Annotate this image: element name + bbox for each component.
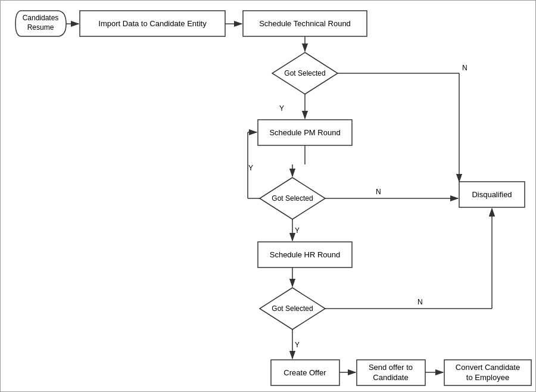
label-y3: Y (295, 226, 300, 235)
got-selected-2-label: Got Selected (272, 194, 313, 203)
label-y4: Y (295, 341, 300, 349)
got-selected-1-label: Got Selected (284, 69, 325, 77)
schedule-technical-node: Schedule Technical Round (243, 11, 367, 36)
label-y1: Y (279, 104, 284, 113)
schedule-pm-label: Schedule PM Round (269, 128, 340, 137)
candidates-resume-label: Candidates (23, 14, 59, 22)
label-n1: N (462, 64, 468, 72)
import-data-label: Import Data to Candidate Entity (98, 19, 207, 28)
disqualified-node: Disqualified (459, 182, 525, 207)
convert-candidate-label: Convert Candidate (456, 363, 520, 372)
svg-text:Resume: Resume (27, 23, 54, 32)
send-offer-label: Send offer to (369, 363, 413, 372)
label-y2: Y (248, 164, 253, 172)
got-selected-1-node: Got Selected (272, 52, 338, 94)
convert-candidate-node: Convert Candidate to Employee (444, 360, 531, 385)
label-n2: N (376, 188, 381, 196)
got-selected-2-node: Got Selected (260, 178, 325, 219)
schedule-technical-label: Schedule Technical Round (259, 19, 351, 28)
svg-text:Candidate: Candidate (373, 373, 408, 382)
svg-text:to Employee: to Employee (466, 373, 509, 382)
label-n3: N (417, 298, 423, 306)
schedule-hr-label: Schedule HR Round (270, 250, 341, 259)
create-offer-node: Create Offer (271, 360, 339, 385)
import-data-node: Import Data to Candidate Entity (80, 11, 225, 36)
disqualified-label: Disqualified (472, 190, 512, 199)
send-offer-node: Send offer to Candidate (357, 360, 425, 385)
schedule-pm-node: Schedule PM Round (258, 120, 352, 145)
schedule-hr-node: Schedule HR Round (258, 242, 352, 267)
candidates-resume-node: Candidates Resume (15, 11, 66, 36)
create-offer-label: Create Offer (283, 368, 326, 377)
got-selected-3-node: Got Selected (260, 288, 325, 329)
got-selected-3-label: Got Selected (272, 304, 313, 313)
diagram-container: Candidates Resume Import Data to Candida… (0, 0, 536, 392)
